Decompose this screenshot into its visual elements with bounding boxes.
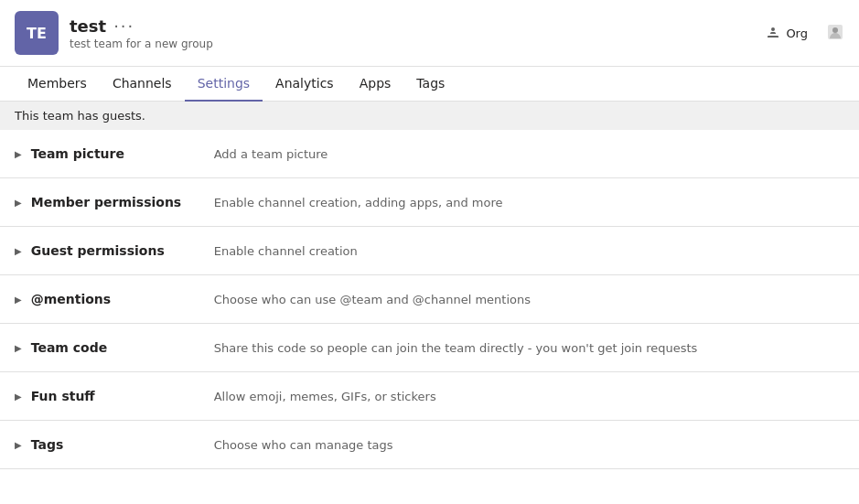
person-icon <box>826 23 844 41</box>
settings-item[interactable]: ▶Team codeShare this code so people can … <box>0 324 859 372</box>
settings-item-description: Enable channel creation <box>214 244 844 258</box>
settings-item-label: Team code <box>31 340 214 355</box>
svg-point-1 <box>832 27 838 33</box>
settings-item-description: Enable channel creation, adding apps, an… <box>214 196 844 209</box>
person-icon-button[interactable] <box>826 23 844 44</box>
chevron-right-icon: ▶ <box>15 343 22 353</box>
more-options-button[interactable]: ··· <box>113 16 134 36</box>
org-label: Org <box>786 27 808 40</box>
settings-item-label: Guest permissions <box>31 243 214 258</box>
team-description: test team for a new group <box>70 38 758 50</box>
chevron-right-icon: ▶ <box>15 295 22 305</box>
settings-item[interactable]: ▶Guest permissionsEnable channel creatio… <box>0 227 859 275</box>
chevron-right-icon: ▶ <box>15 440 22 450</box>
team-name: test <box>70 16 106 36</box>
tab-apps[interactable]: Apps <box>347 67 404 102</box>
settings-item[interactable]: ▶Team pictureAdd a team picture <box>0 130 859 178</box>
team-avatar: TE <box>15 11 59 55</box>
settings-item[interactable]: ▶@mentionsChoose who can use @team and @… <box>0 275 859 324</box>
tab-members[interactable]: Members <box>15 67 100 102</box>
tab-channels[interactable]: Channels <box>100 67 185 102</box>
tab-tags[interactable]: Tags <box>403 67 457 102</box>
org-button[interactable]: Org <box>758 22 815 44</box>
tab-analytics[interactable]: Analytics <box>263 67 347 102</box>
header-title: test ··· <box>70 16 758 36</box>
tab-settings[interactable]: Settings <box>185 67 263 102</box>
chevron-right-icon: ▶ <box>15 198 22 208</box>
guest-banner: This team has guests. <box>0 102 859 130</box>
header: TE test ··· test team for a new group Or… <box>0 0 859 67</box>
header-info: test ··· test team for a new group <box>70 16 758 50</box>
org-icon <box>766 26 780 40</box>
settings-list: ▶Team pictureAdd a team picture▶Member p… <box>0 130 859 469</box>
settings-item[interactable]: ▶Member permissionsEnable channel creati… <box>0 178 859 227</box>
settings-item-description: Share this code so people can join the t… <box>214 341 844 355</box>
settings-item-label: Team picture <box>31 146 214 161</box>
nav-tabs: Members Channels Settings Analytics Apps… <box>0 67 859 102</box>
settings-item-label: Tags <box>31 437 214 452</box>
settings-item-description: Choose who can manage tags <box>214 438 844 452</box>
settings-item-description: Add a team picture <box>214 147 844 161</box>
settings-item[interactable]: ▶TagsChoose who can manage tags <box>0 421 859 469</box>
settings-item-description: Allow emoji, memes, GIFs, or stickers <box>214 390 844 403</box>
settings-item-description: Choose who can use @team and @channel me… <box>214 293 844 306</box>
header-actions: Org <box>758 22 844 44</box>
settings-item-label: @mentions <box>31 292 214 306</box>
chevron-right-icon: ▶ <box>15 246 22 256</box>
settings-item[interactable]: ▶Fun stuffAllow emoji, memes, GIFs, or s… <box>0 372 859 421</box>
settings-item-label: Fun stuff <box>31 389 214 403</box>
settings-item-label: Member permissions <box>31 195 214 209</box>
chevron-right-icon: ▶ <box>15 149 22 159</box>
chevron-right-icon: ▶ <box>15 391 22 402</box>
